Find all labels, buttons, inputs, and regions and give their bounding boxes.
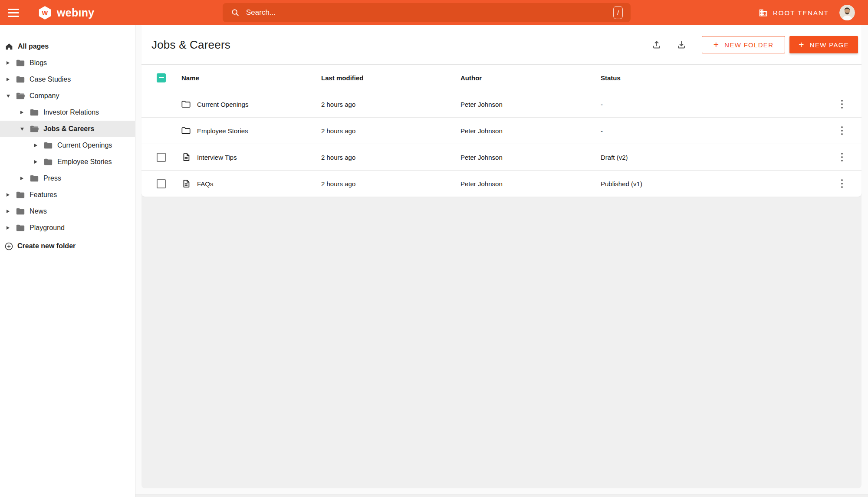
sidebar-item-current-openings[interactable]: Current Openings — [0, 137, 135, 154]
sidebar-item-news[interactable]: News — [0, 203, 135, 220]
row-name[interactable]: FAQs — [197, 180, 214, 188]
sidebar-item-all-pages[interactable]: All pages — [0, 38, 135, 55]
sidebar-item-playground[interactable]: Playground — [0, 220, 135, 236]
row-checkbox[interactable] — [157, 153, 166, 162]
download-icon — [676, 39, 687, 50]
chevron-icon[interactable] — [5, 61, 11, 65]
row-checkbox[interactable] — [157, 179, 166, 188]
content-area: Jobs & Careers — [135, 25, 868, 497]
kebab-menu-icon[interactable] — [838, 150, 846, 165]
column-header-modified[interactable]: Last modified — [321, 74, 460, 82]
chevron-icon[interactable] — [19, 177, 25, 180]
table-row-employee-stories[interactable]: Employee Stories 2 hours ago Peter Johns… — [141, 117, 861, 144]
top-app-bar: W webıny / ROOT TENANT — [0, 0, 868, 25]
sidebar-item-case-studies[interactable]: Case Studies — [0, 71, 135, 88]
list-panel: Jobs & Careers — [141, 25, 861, 488]
import-upload-button[interactable] — [651, 39, 662, 50]
new-folder-button[interactable]: + NEW FOLDER — [702, 36, 786, 53]
page-title: Jobs & Careers — [151, 38, 230, 52]
table-row-current-openings[interactable]: Current Openings 2 hours ago Peter Johns… — [141, 91, 861, 117]
search-icon — [230, 8, 240, 17]
sidebar-item-press[interactable]: Press — [0, 170, 135, 187]
table-row-faqs[interactable]: FAQs 2 hours ago Peter Johnson Published… — [141, 170, 861, 197]
search-input[interactable] — [246, 8, 613, 17]
folder-icon — [30, 174, 39, 183]
slash-shortcut-badge: / — [613, 6, 623, 19]
row-name[interactable]: Interview Tips — [197, 154, 237, 161]
brand-wordmark: webıny — [57, 7, 95, 19]
search-bar[interactable]: / — [223, 3, 631, 22]
folder-icon — [43, 141, 53, 150]
folder-icon — [181, 126, 191, 135]
new-page-button[interactable]: + NEW PAGE — [789, 36, 858, 53]
chevron-icon[interactable] — [5, 210, 11, 213]
create-new-folder-label: Create new folder — [17, 242, 76, 250]
bottom-scrollbar-strip — [135, 494, 868, 497]
folder-icon — [181, 99, 191, 109]
row-modified: 2 hours ago — [321, 101, 460, 108]
sidebar-item-label: Employee Stories — [57, 158, 112, 166]
row-modified: 2 hours ago — [321, 154, 460, 161]
chevron-icon[interactable] — [5, 78, 11, 81]
sidebar-item-label: Playground — [30, 224, 65, 232]
kebab-menu-icon[interactable] — [838, 97, 846, 112]
sidebar-item-investor-relations[interactable]: Investor Relations — [0, 104, 135, 121]
sidebar-item-label: Current Openings — [57, 142, 112, 149]
column-header-status[interactable]: Status — [601, 74, 822, 82]
folder-icon — [30, 108, 39, 117]
folder-open-icon — [30, 124, 39, 134]
row-author: Peter Johnson — [460, 180, 601, 188]
webiny-logo[interactable]: W webıny — [38, 6, 95, 20]
home-icon — [4, 42, 18, 51]
sidebar-item-company[interactable]: Company — [0, 88, 135, 104]
svg-text:W: W — [42, 9, 48, 16]
row-status: Draft (v2) — [601, 154, 822, 161]
folder-tree: Blogs Case Studies — [0, 55, 135, 236]
chevron-icon[interactable] — [33, 160, 39, 164]
kebab-menu-icon[interactable] — [838, 177, 846, 191]
building-icon — [759, 8, 768, 17]
sidebar-item-jobs-careers[interactable]: Jobs & Careers — [0, 121, 135, 137]
avatar[interactable] — [839, 5, 855, 20]
sidebar-item-label: Blogs — [30, 59, 47, 67]
kebab-menu-icon[interactable] — [838, 124, 846, 138]
table-body: Current Openings 2 hours ago Peter Johns… — [141, 91, 861, 197]
chevron-icon[interactable] — [5, 193, 11, 197]
folder-icon — [16, 58, 25, 68]
create-new-folder-button[interactable]: Create new folder — [0, 238, 135, 254]
select-all-checkbox[interactable] — [157, 73, 166, 82]
row-author: Peter Johnson — [460, 154, 601, 161]
sidebar-item-employee-stories[interactable]: Employee Stories — [0, 154, 135, 170]
chevron-icon[interactable] — [5, 226, 11, 230]
folder-icon — [16, 75, 25, 84]
sidebar-item-blogs[interactable]: Blogs — [0, 55, 135, 71]
sidebar-item-label: Case Studies — [30, 76, 71, 83]
row-name[interactable]: Current Openings — [197, 101, 248, 108]
row-status: Published (v1) — [601, 180, 822, 188]
folder-icon — [16, 223, 25, 233]
row-status: - — [601, 127, 822, 135]
chevron-icon[interactable] — [19, 128, 25, 131]
folder-tree-sidebar: All pages Blogs — [0, 25, 135, 497]
sidebar-item-label: Press — [43, 174, 61, 182]
table-row-interview-tips[interactable]: Interview Tips 2 hours ago Peter Johnson… — [141, 144, 861, 170]
column-header-name[interactable]: Name — [181, 74, 321, 82]
chevron-icon[interactable] — [19, 111, 25, 114]
table-header-row: Name Last modified Author Status — [141, 64, 861, 91]
folder-icon — [16, 190, 25, 200]
chevron-icon[interactable] — [33, 144, 39, 147]
sidebar-root-label: All pages — [18, 43, 49, 50]
tenant-selector[interactable]: ROOT TENANT — [759, 8, 829, 17]
chevron-icon[interactable] — [5, 95, 11, 98]
sidebar-item-features[interactable]: Features — [0, 187, 135, 203]
row-name[interactable]: Employee Stories — [197, 127, 248, 135]
column-header-author[interactable]: Author — [460, 74, 601, 82]
sidebar-item-label: Jobs & Careers — [43, 125, 94, 133]
sidebar-item-label: Features — [30, 191, 57, 199]
folder-open-icon — [16, 91, 25, 101]
document-icon — [181, 152, 191, 162]
menu-icon[interactable] — [8, 9, 19, 17]
sidebar-item-label: Company — [30, 92, 59, 100]
document-icon — [181, 179, 191, 188]
export-download-button[interactable] — [676, 39, 687, 50]
